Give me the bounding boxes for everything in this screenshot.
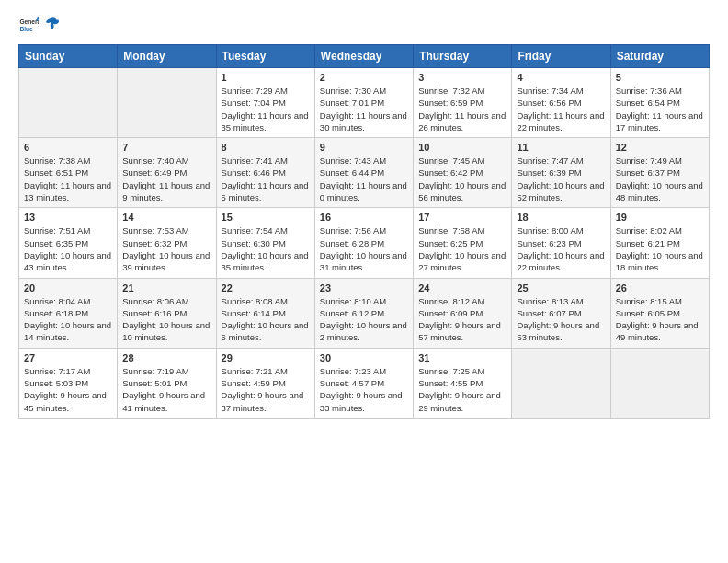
day-number: 4: [517, 72, 605, 83]
calendar-cell: 9Sunrise: 7:43 AMSunset: 6:44 PMDaylight…: [314, 138, 413, 208]
day-info: Sunrise: 7:45 AMSunset: 6:42 PMDaylight:…: [418, 155, 506, 203]
day-number: 20: [24, 282, 112, 293]
day-info: Sunrise: 7:17 AMSunset: 5:03 PMDaylight:…: [24, 365, 112, 414]
day-number: 28: [122, 352, 210, 363]
calendar-cell: 18Sunrise: 8:00 AMSunset: 6:23 PMDayligh…: [512, 208, 610, 278]
day-info: Sunrise: 8:04 AMSunset: 6:18 PMDaylight:…: [24, 295, 112, 344]
day-info: Sunrise: 8:08 AMSunset: 6:14 PMDaylight:…: [222, 295, 310, 344]
day-info: Sunrise: 8:00 AMSunset: 6:23 PMDaylight:…: [517, 224, 605, 273]
day-info: Sunrise: 7:21 AMSunset: 4:59 PMDaylight:…: [222, 365, 310, 414]
calendar-cell: 8Sunrise: 7:41 AMSunset: 6:46 PMDaylight…: [216, 138, 314, 208]
day-header-saturday: Saturday: [610, 45, 709, 68]
day-number: 11: [517, 142, 605, 153]
day-info: Sunrise: 8:13 AMSunset: 6:07 PMDaylight:…: [517, 295, 605, 344]
day-info: Sunrise: 7:43 AMSunset: 6:44 PMDaylight:…: [320, 155, 408, 203]
calendar-cell: 23Sunrise: 8:10 AMSunset: 6:12 PMDayligh…: [314, 278, 413, 348]
day-number: 7: [122, 142, 210, 153]
calendar-cell: 17Sunrise: 7:58 AMSunset: 6:25 PMDayligh…: [414, 208, 512, 278]
day-header-sunday: Sunday: [19, 45, 118, 68]
calendar-cell: 20Sunrise: 8:04 AMSunset: 6:18 PMDayligh…: [19, 278, 118, 348]
day-info: Sunrise: 7:49 AMSunset: 6:37 PMDaylight:…: [616, 155, 704, 203]
day-info: Sunrise: 7:30 AMSunset: 7:01 PMDaylight:…: [320, 85, 408, 133]
calendar-cell: 29Sunrise: 7:21 AMSunset: 4:59 PMDayligh…: [216, 348, 314, 418]
calendar-week-row: 13Sunrise: 7:51 AMSunset: 6:35 PMDayligh…: [19, 208, 710, 278]
calendar-cell: 14Sunrise: 7:53 AMSunset: 6:32 PMDayligh…: [118, 208, 216, 278]
calendar-cell: 11Sunrise: 7:47 AMSunset: 6:39 PMDayligh…: [512, 138, 610, 208]
day-info: Sunrise: 7:29 AMSunset: 7:04 PMDaylight:…: [222, 85, 310, 133]
calendar-cell: 10Sunrise: 7:45 AMSunset: 6:42 PMDayligh…: [414, 138, 512, 208]
day-number: 24: [418, 282, 506, 293]
day-number: 26: [616, 282, 704, 293]
calendar-cell: 4Sunrise: 7:34 AMSunset: 6:56 PMDaylight…: [512, 68, 610, 138]
calendar-header-row: SundayMondayTuesdayWednesdayThursdayFrid…: [19, 45, 710, 68]
day-info: Sunrise: 8:12 AMSunset: 6:09 PMDaylight:…: [418, 295, 506, 344]
day-number: 27: [24, 352, 112, 363]
day-header-friday: Friday: [512, 45, 610, 68]
calendar-cell: 12Sunrise: 7:49 AMSunset: 6:37 PMDayligh…: [610, 138, 709, 208]
calendar-cell: 15Sunrise: 7:54 AMSunset: 6:30 PMDayligh…: [216, 208, 314, 278]
calendar-cell: 19Sunrise: 8:02 AMSunset: 6:21 PMDayligh…: [610, 208, 709, 278]
day-info: Sunrise: 7:40 AMSunset: 6:49 PMDaylight:…: [122, 155, 210, 203]
day-number: 31: [418, 352, 506, 363]
day-info: Sunrise: 7:34 AMSunset: 6:56 PMDaylight:…: [517, 85, 605, 133]
day-number: 25: [517, 282, 605, 293]
logo-text-block: [42, 17, 59, 33]
day-number: 13: [24, 212, 112, 223]
day-header-monday: Monday: [118, 45, 216, 68]
calendar-table: SundayMondayTuesdayWednesdayThursdayFrid…: [18, 44, 710, 419]
header: General Blue: [18, 15, 710, 35]
day-info: Sunrise: 7:51 AMSunset: 6:35 PMDaylight:…: [24, 224, 112, 273]
day-info: Sunrise: 8:02 AMSunset: 6:21 PMDaylight:…: [616, 224, 704, 273]
day-number: 30: [320, 352, 408, 363]
logo-icon: General Blue: [18, 15, 39, 35]
day-info: Sunrise: 7:54 AMSunset: 6:30 PMDaylight:…: [222, 224, 310, 273]
calendar-cell: [19, 68, 118, 138]
day-info: Sunrise: 7:41 AMSunset: 6:46 PMDaylight:…: [222, 155, 310, 203]
day-info: Sunrise: 8:10 AMSunset: 6:12 PMDaylight:…: [320, 295, 408, 344]
day-header-tuesday: Tuesday: [216, 45, 314, 68]
day-info: Sunrise: 7:36 AMSunset: 6:54 PMDaylight:…: [616, 85, 704, 133]
day-info: Sunrise: 7:32 AMSunset: 6:59 PMDaylight:…: [418, 85, 506, 133]
logo: General Blue: [18, 15, 59, 35]
day-info: Sunrise: 7:56 AMSunset: 6:28 PMDaylight:…: [320, 224, 408, 273]
day-number: 3: [418, 72, 506, 83]
day-info: Sunrise: 7:53 AMSunset: 6:32 PMDaylight:…: [122, 224, 210, 273]
calendar-cell: 5Sunrise: 7:36 AMSunset: 6:54 PMDaylight…: [610, 68, 709, 138]
day-number: 19: [616, 212, 704, 223]
day-number: 21: [122, 282, 210, 293]
calendar-cell: [118, 68, 216, 138]
calendar-cell: 22Sunrise: 8:08 AMSunset: 6:14 PMDayligh…: [216, 278, 314, 348]
day-info: Sunrise: 7:25 AMSunset: 4:55 PMDaylight:…: [418, 365, 506, 414]
calendar-cell: 16Sunrise: 7:56 AMSunset: 6:28 PMDayligh…: [314, 208, 413, 278]
day-number: 23: [320, 282, 408, 293]
calendar-week-row: 1Sunrise: 7:29 AMSunset: 7:04 PMDaylight…: [19, 68, 710, 138]
day-number: 1: [222, 72, 310, 83]
day-number: 29: [222, 352, 310, 363]
calendar-cell: 30Sunrise: 7:23 AMSunset: 4:57 PMDayligh…: [314, 348, 413, 418]
calendar-cell: [512, 348, 610, 418]
calendar-week-row: 6Sunrise: 7:38 AMSunset: 6:51 PMDaylight…: [19, 138, 710, 208]
day-number: 10: [418, 142, 506, 153]
day-info: Sunrise: 7:19 AMSunset: 5:01 PMDaylight:…: [122, 365, 210, 414]
day-number: 14: [122, 212, 210, 223]
calendar-cell: 31Sunrise: 7:25 AMSunset: 4:55 PMDayligh…: [414, 348, 512, 418]
calendar-cell: 6Sunrise: 7:38 AMSunset: 6:51 PMDaylight…: [19, 138, 118, 208]
calendar-week-row: 20Sunrise: 8:04 AMSunset: 6:18 PMDayligh…: [19, 278, 710, 348]
calendar-week-row: 27Sunrise: 7:17 AMSunset: 5:03 PMDayligh…: [19, 348, 710, 418]
day-number: 16: [320, 212, 408, 223]
calendar-cell: [610, 348, 709, 418]
calendar-cell: 3Sunrise: 7:32 AMSunset: 6:59 PMDaylight…: [414, 68, 512, 138]
day-number: 6: [24, 142, 112, 153]
calendar-cell: 7Sunrise: 7:40 AMSunset: 6:49 PMDaylight…: [118, 138, 216, 208]
calendar-cell: 13Sunrise: 7:51 AMSunset: 6:35 PMDayligh…: [19, 208, 118, 278]
day-number: 2: [320, 72, 408, 83]
day-info: Sunrise: 8:15 AMSunset: 6:05 PMDaylight:…: [616, 295, 704, 344]
calendar-cell: 2Sunrise: 7:30 AMSunset: 7:01 PMDaylight…: [314, 68, 413, 138]
calendar-cell: 28Sunrise: 7:19 AMSunset: 5:01 PMDayligh…: [118, 348, 216, 418]
day-number: 15: [222, 212, 310, 223]
day-number: 17: [418, 212, 506, 223]
calendar-cell: 26Sunrise: 8:15 AMSunset: 6:05 PMDayligh…: [610, 278, 709, 348]
calendar-cell: 24Sunrise: 8:12 AMSunset: 6:09 PMDayligh…: [414, 278, 512, 348]
day-number: 8: [222, 142, 310, 153]
day-number: 12: [616, 142, 704, 153]
